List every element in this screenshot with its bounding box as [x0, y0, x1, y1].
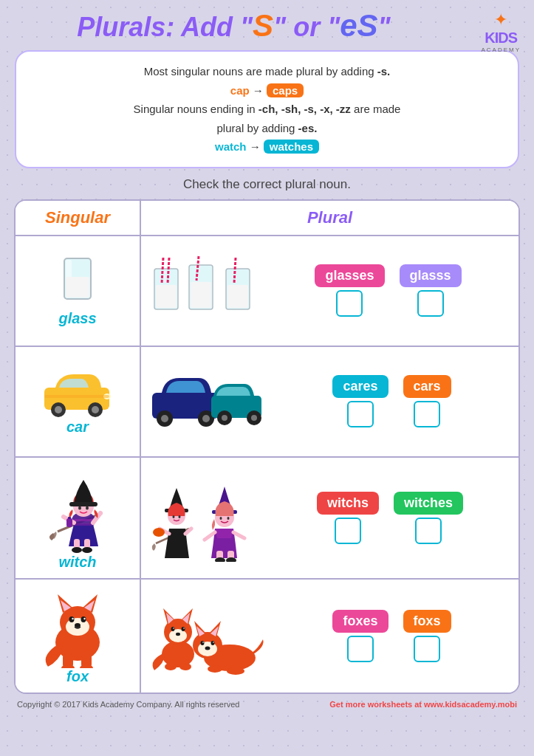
witches-option: witches: [394, 492, 463, 544]
watches-badge: watches: [264, 140, 319, 154]
foxes-plural-image: [148, 595, 267, 676]
info-line5: watch → watches: [31, 137, 503, 157]
footer-right: Get more worksheets at www.kidsacademy.m…: [329, 700, 517, 709]
plural-cell-car: cares cars: [141, 347, 518, 456]
cares-checkbox[interactable]: [347, 401, 374, 427]
es-letters: eS: [340, 8, 377, 43]
cars-plural-image: [148, 365, 267, 439]
cares-badge: cares: [332, 375, 388, 398]
foxs-checkbox[interactable]: [414, 636, 440, 662]
logo-kids-text: KIDS: [485, 30, 517, 47]
svg-point-24: [202, 415, 210, 422]
logo-academy-text: ACADEMY: [481, 47, 521, 53]
bold-s: -s.: [377, 65, 391, 78]
svg-point-43: [78, 506, 81, 509]
foxs-option: foxs: [403, 610, 451, 662]
footer-left: Copyright © 2017 Kids Academy Company. A…: [17, 700, 239, 709]
header-singular: Singular: [16, 201, 141, 235]
fox-label: fox: [66, 668, 89, 685]
svg-point-94: [179, 663, 191, 670]
foxs-badge: foxs: [403, 610, 451, 633]
svg-point-53: [173, 515, 175, 518]
glasses-option: glasses: [315, 264, 384, 317]
car-label: car: [66, 419, 89, 436]
glass-options: glasses glasss: [265, 264, 511, 317]
logo-star-icon: ✦: [494, 10, 507, 30]
glasss-option: glasss: [400, 264, 462, 317]
witch-options: witchs witches: [269, 492, 511, 544]
info-line4: plural by adding -es.: [31, 119, 503, 138]
svg-rect-2: [66, 277, 89, 298]
svg-rect-38: [74, 523, 93, 526]
glasses-checkbox[interactable]: [336, 290, 363, 317]
singular-cell-witch: witch: [16, 458, 141, 578]
witches-checkbox[interactable]: [415, 518, 442, 544]
svg-point-63: [220, 517, 222, 520]
title-area: Plurals: Add "S" or "eS": [11, 7, 523, 50]
glass-single-image: [55, 255, 100, 310]
foxes-checkbox[interactable]: [347, 636, 374, 662]
singular-cell-car: car: [16, 347, 141, 456]
svg-point-54: [179, 515, 181, 518]
svg-point-44: [86, 506, 89, 509]
car-options: cares cars: [273, 375, 511, 427]
svg-point-22: [161, 415, 168, 422]
svg-point-36: [82, 547, 92, 553]
arrow1: →: [253, 84, 267, 97]
header-plural: Plural: [141, 201, 518, 235]
svg-point-108: [227, 667, 244, 675]
bold-es: -es.: [298, 122, 318, 134]
svg-point-28: [222, 415, 227, 421]
svg-point-74: [72, 618, 73, 619]
table-header: Singular Plural: [16, 201, 518, 236]
footer: Copyright © 2017 Kids Academy Company. A…: [11, 700, 523, 709]
watch-word: watch: [215, 140, 247, 153]
arrow2: →: [250, 140, 264, 153]
svg-point-90: [173, 628, 174, 630]
car-single-image: [41, 367, 114, 419]
witches-plural-image: [148, 473, 263, 562]
fox-options: foxes foxs: [273, 610, 511, 662]
table-row: glass: [16, 236, 518, 347]
svg-rect-8: [191, 282, 211, 308]
svg-rect-37: [74, 519, 93, 521]
info-box: Most singular nouns are made plural by a…: [15, 50, 519, 168]
main-table: Singular Plural glass: [14, 199, 520, 694]
svg-point-30: [251, 415, 257, 421]
info-line3: Singular nouns ending in -ch, -sh, -s, -…: [31, 100, 503, 119]
title: Plurals: Add "S" or "eS": [77, 7, 390, 44]
witches-badge: witches: [394, 492, 463, 515]
info-line2: cap → caps: [31, 81, 503, 100]
svg-rect-11: [227, 285, 248, 308]
svg-point-103: [211, 641, 215, 645]
glasss-checkbox[interactable]: [417, 290, 444, 317]
svg-point-106: [205, 647, 210, 650]
svg-point-73: [81, 616, 86, 622]
svg-point-64: [227, 517, 230, 520]
glasss-badge: glasss: [400, 264, 462, 287]
svg-point-105: [213, 642, 214, 644]
svg-point-17: [92, 406, 99, 413]
singular-cell-glass: glass: [16, 236, 141, 346]
svg-point-102: [201, 641, 205, 645]
svg-point-107: [208, 665, 222, 673]
svg-point-92: [176, 633, 180, 636]
glass-label: glass: [58, 310, 96, 327]
witchs-checkbox[interactable]: [335, 518, 361, 544]
svg-point-75: [83, 618, 85, 619]
fox-single-image: [37, 587, 118, 668]
cap-word: cap: [230, 84, 250, 97]
page: Plurals: Add "S" or "eS" ✦ KIDS ACADEMY …: [0, 0, 534, 724]
svg-point-52: [153, 528, 165, 537]
svg-point-89: [182, 627, 185, 631]
glasses-badge: glasses: [315, 264, 384, 287]
cars-checkbox[interactable]: [414, 401, 440, 427]
cares-option: cares: [332, 375, 388, 427]
cars-option: cars: [403, 375, 451, 427]
table-row: witch: [16, 458, 518, 580]
caps-badge: caps: [267, 83, 304, 97]
check-instruction: Check the correct plural noun.: [11, 177, 523, 192]
cars-image-svg: [148, 365, 267, 439]
svg-rect-42: [69, 502, 97, 506]
witch-single-image: [43, 465, 113, 554]
